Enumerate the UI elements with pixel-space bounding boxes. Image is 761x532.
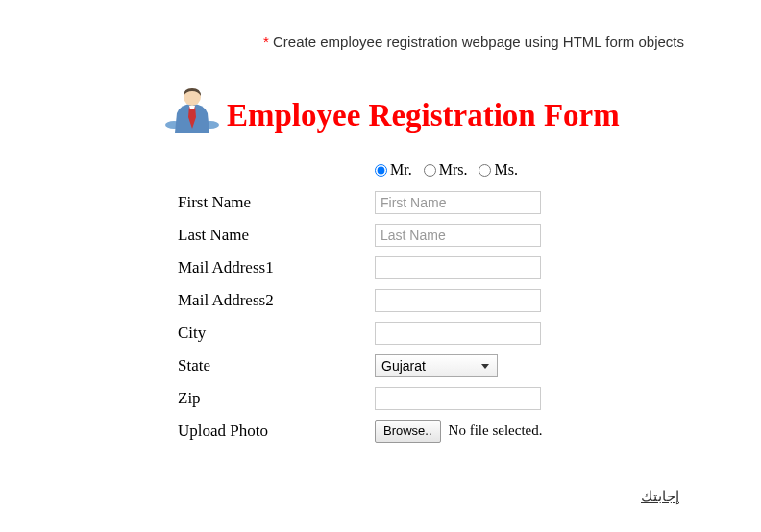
radio-ms[interactable]: [479, 164, 491, 177]
radio-mr[interactable]: [375, 164, 387, 177]
employee-icon: [163, 86, 221, 144]
chevron-down-icon: [481, 364, 489, 369]
label-last-name: Last Name: [178, 226, 375, 245]
page-title: Employee Registration Form: [227, 98, 620, 133]
mail1-input[interactable]: [375, 256, 541, 279]
label-state: State: [178, 356, 375, 375]
label-mail1: Mail Address1: [178, 258, 375, 278]
state-select-value: Gujarat: [381, 358, 426, 374]
radio-mrs[interactable]: [424, 164, 436, 177]
label-photo: Upload Photo: [178, 422, 375, 441]
row-mail2: Mail Address2: [178, 286, 542, 314]
zip-input[interactable]: [375, 387, 541, 410]
city-input[interactable]: [375, 322, 541, 345]
instruction-text: * Create employee registration webpage u…: [263, 34, 684, 50]
salutation-group: Mr. Mrs. Ms.: [375, 161, 518, 179]
label-first-name: First Name: [178, 193, 375, 212]
first-name-input[interactable]: [375, 191, 541, 214]
radio-mrs-label: Mrs.: [439, 161, 468, 179]
label-mail2: Mail Address2: [178, 291, 375, 310]
salutation-ms[interactable]: Ms.: [479, 161, 517, 179]
row-first-name: First Name: [178, 188, 542, 216]
row-city: City: [178, 319, 542, 347]
row-last-name: Last Name: [178, 221, 542, 249]
last-name-input[interactable]: [375, 224, 541, 247]
radio-mr-label: Mr.: [390, 161, 412, 179]
fields-container: First Name Last Name Mail Address1 Mail …: [178, 188, 542, 445]
label-zip: Zip: [178, 389, 375, 408]
header-row: Employee Registration Form: [163, 86, 620, 144]
row-zip: Zip: [178, 384, 542, 412]
row-state: State Gujarat: [178, 351, 542, 379]
salutation-mrs[interactable]: Mrs.: [424, 161, 468, 179]
browse-button[interactable]: Browse..: [375, 420, 441, 443]
salutation-mr[interactable]: Mr.: [375, 161, 412, 179]
row-mail1: Mail Address1: [178, 254, 542, 281]
file-status-text: No file selected.: [449, 423, 543, 439]
radio-ms-label: Ms.: [494, 161, 517, 179]
row-photo: Upload Photo Browse.. No file selected.: [178, 417, 542, 445]
instruction-body: Create employee registration webpage usi…: [269, 34, 684, 50]
mail2-input[interactable]: [375, 289, 541, 312]
answer-link[interactable]: إجابتك: [641, 488, 679, 505]
registration-form: Mr. Mrs. Ms. First Name Last Name Mail A…: [178, 161, 542, 449]
label-city: City: [178, 324, 375, 343]
state-select[interactable]: Gujarat: [375, 354, 498, 377]
